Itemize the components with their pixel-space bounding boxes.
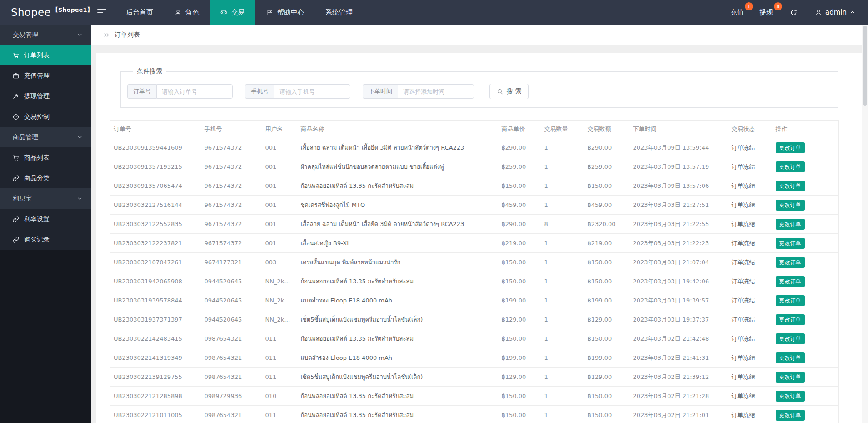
cell-price: ฿259.00 — [498, 157, 541, 176]
search-label-order-no: 订单号 — [127, 84, 156, 99]
user-menu[interactable]: admin — [807, 0, 855, 25]
cell-qty: 1 — [541, 253, 584, 272]
menu-toggle-icon[interactable] — [97, 0, 106, 25]
cell-user: 001 — [262, 215, 297, 234]
modify-order-button[interactable]: 更改订单 — [776, 200, 805, 211]
table-row: UB23030221424834150987654321011ก้อนพลอยอ… — [110, 329, 839, 348]
modify-order-button[interactable]: 更改订单 — [776, 333, 805, 344]
sidebar-item-purchase-records[interactable]: 购买记录 — [0, 229, 91, 250]
sidebar-item-withdraw-management[interactable]: 提现管理 — [0, 86, 91, 106]
cell-time: 2023年03月02日 21:39:12 — [629, 368, 728, 387]
modify-order-button[interactable]: 更改订单 — [776, 352, 805, 363]
sidebar-item-goods-category[interactable]: 商品分类 — [0, 168, 91, 188]
modify-order-button[interactable]: 更改订单 — [776, 276, 805, 287]
table-header-row: 订单号手机号用户名商品名称商品单价交易数量交易数额下单时间交易状态操作 — [110, 121, 839, 138]
cell-qty: 8 — [541, 215, 584, 234]
cell-qty: 1 — [541, 272, 584, 291]
magnifier-icon — [497, 88, 504, 95]
sidebar-item-goods-list[interactable]: 商品列表 — [0, 147, 91, 168]
refresh-button[interactable] — [781, 0, 807, 25]
cell-order-no: UB2303032107047261 — [110, 253, 201, 272]
cell-qty: 1 — [541, 157, 584, 176]
scrollbar-thumb[interactable] — [863, 26, 867, 106]
cell-amount: ฿459.00 — [584, 196, 629, 215]
cell-status: 订单冻结 — [728, 234, 772, 253]
cell-product: ก้อนพลอยอเมทิสต์ 13.35 กะรัตสำหรับสะสม — [297, 387, 498, 406]
cell-qty: 1 — [541, 234, 584, 253]
column-header: 交易数量 — [541, 121, 584, 138]
cell-qty: 1 — [541, 348, 584, 368]
cell-actions: 更改订单结算订单 — [772, 157, 839, 176]
cell-status: 订单冻结 — [728, 387, 772, 406]
modify-order-button[interactable]: 更改订单 — [776, 295, 805, 306]
cell-time: 2023年03月09日 13:57:06 — [629, 176, 728, 196]
sidebar-item-interest-rate-settings[interactable]: 利率设置 — [0, 209, 91, 229]
modify-order-button[interactable]: 更改订单 — [776, 410, 805, 421]
cell-user: 001 — [262, 196, 297, 215]
nav-item-label: 交易 — [231, 8, 245, 17]
cell-amount: ฿129.00 — [584, 310, 629, 329]
modify-order-button[interactable]: 更改订单 — [776, 161, 805, 172]
recharge-label: 充值 — [730, 8, 744, 17]
modify-order-button[interactable]: 更改订单 — [776, 257, 805, 268]
modify-order-button[interactable]: 更改订单 — [776, 181, 805, 191]
refresh-icon — [790, 9, 798, 16]
cell-actions: 更改订单结算订单 — [772, 291, 839, 310]
modify-order-button[interactable]: 更改订单 — [776, 142, 805, 153]
cell-product: แบตสำรอง Eloop E18 4000 mAh — [297, 348, 498, 368]
nav-item-admin-home[interactable]: 后台首页 — [115, 0, 164, 25]
sidebar-item-trade-control[interactable]: 交易控制 — [0, 106, 91, 127]
sidebar-group-label: 利息宝 — [13, 195, 77, 203]
cell-status: 订单冻结 — [728, 368, 772, 387]
sidebar-item-order-list[interactable]: 订单列表 — [0, 45, 91, 65]
top-navigation: 后台首页角色交易帮助中心系统管理 — [115, 0, 363, 25]
cell-status: 订单冻结 — [728, 157, 772, 176]
cell-amount: ฿150.00 — [584, 176, 629, 196]
nav-item-system-management[interactable]: 系统管理 — [315, 0, 363, 25]
sidebar-item-label: 订单列表 — [24, 51, 50, 60]
column-header: 交易状态 — [728, 121, 772, 138]
orders-table: 订单号手机号用户名商品名称商品单价交易数量交易数额下单时间交易状态操作 UB23… — [110, 120, 839, 423]
sidebar-group-goods-management[interactable]: 商品管理 — [0, 127, 91, 147]
table-row: UB23030913570654749671574372001ก้อนพลอยอ… — [110, 176, 839, 196]
search-button[interactable]: 搜 索 — [489, 84, 529, 99]
sidebar-item-recharge-management[interactable]: 充值管理 — [0, 65, 91, 86]
modify-order-button[interactable]: 更改订单 — [776, 391, 805, 402]
cell-product: เซ็ต5ชิ้นสบู่เด็กแป้งแชมพูครีมอาบน้ำโลชั… — [297, 310, 498, 329]
modify-order-button[interactable]: 更改订单 — [776, 372, 805, 383]
cell-phone: 0944520645 — [201, 272, 262, 291]
cell-order-no: UB2303032127516144 — [110, 196, 201, 215]
withdraw-button[interactable]: 提现 8 — [752, 0, 781, 25]
breadcrumb-current: 订单列表 — [115, 31, 140, 39]
sidebar-group-interest-treasure[interactable]: 利息宝 — [0, 188, 91, 209]
cell-user: 001 — [262, 138, 297, 157]
cell-order-no: UB2303022139129755 — [110, 368, 201, 387]
cell-price: ฿290.00 — [498, 215, 541, 234]
nav-item-trade[interactable]: 交易 — [210, 0, 255, 25]
cell-actions: 更改订单结算订单 — [772, 310, 839, 329]
nav-item-label: 后台首页 — [126, 8, 153, 17]
modify-order-button[interactable]: 更改订单 — [776, 238, 805, 249]
cell-price: ฿150.00 — [498, 176, 541, 196]
order-no-input[interactable] — [156, 84, 233, 99]
sidebar-item-label: 交易控制 — [24, 113, 50, 121]
content-card: 条件搜索 订单号手机号下单时间搜 索 订单号手机号用户名商品名称商品单价交易数量… — [96, 53, 862, 423]
cell-product: ก้อนพลอยอเมทิสต์ 13.35 กะรัตสำหรับสะสม — [297, 329, 498, 348]
modify-order-button[interactable]: 更改订单 — [776, 314, 805, 325]
cell-phone: 9671574372 — [201, 138, 262, 157]
nav-item-roles[interactable]: 角色 — [164, 0, 210, 25]
nav-item-help-center[interactable]: 帮助中心 — [255, 0, 315, 25]
column-header: 操作 — [772, 121, 839, 138]
modify-order-button[interactable]: 更改订单 — [776, 219, 805, 230]
phone-input[interactable] — [274, 84, 350, 99]
search-panel-title: 条件搜索 — [133, 67, 166, 76]
sidebar-item-label: 充值管理 — [24, 72, 50, 80]
sidebar-group-trade-management[interactable]: 交易管理 — [0, 25, 91, 45]
cell-user: 011 — [262, 348, 297, 368]
table-row: UB23030221413193490987654321011แบตสำรอง … — [110, 348, 839, 368]
cell-user: 001 — [262, 176, 297, 196]
cell-amount: ฿150.00 — [584, 272, 629, 291]
recharge-button[interactable]: 充值 1 — [723, 0, 752, 25]
chevron-up-icon — [850, 10, 855, 15]
order-time-input[interactable] — [398, 84, 474, 99]
